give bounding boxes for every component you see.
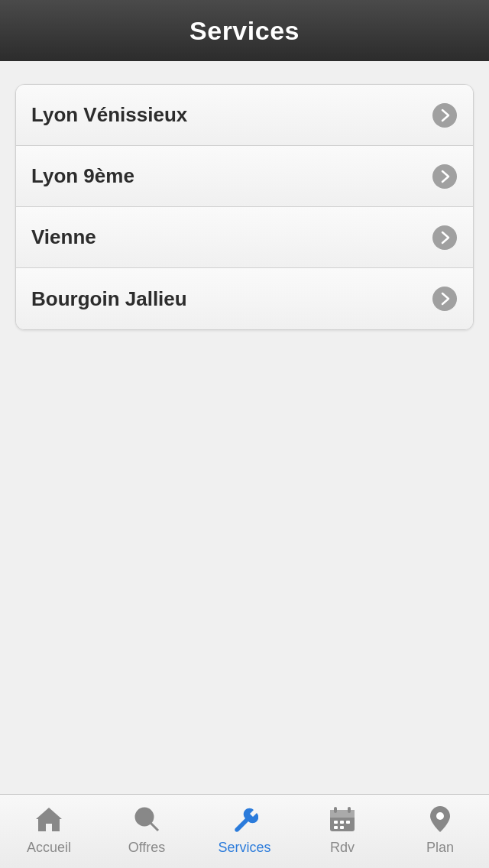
- services-list: Lyon Vénissieux Lyon 9ème Vienne Bourgoi…: [15, 84, 474, 330]
- chevron-right-icon: [432, 286, 458, 312]
- svg-point-1: [432, 164, 457, 189]
- svg-line-5: [151, 823, 158, 831]
- tab-plan[interactable]: Plan: [391, 802, 489, 856]
- svg-rect-7: [330, 810, 355, 818]
- home-icon: [30, 802, 68, 836]
- svg-point-4: [136, 808, 153, 825]
- tab-label-rdv: Rdv: [330, 840, 355, 856]
- list-item-lyon-venissieux[interactable]: Lyon Vénissieux: [16, 85, 473, 146]
- tab-accueil[interactable]: Accueil: [0, 802, 98, 856]
- chevron-right-icon: [432, 164, 458, 189]
- tab-bar: Accueil Offres Services: [0, 794, 489, 868]
- calendar-icon: [323, 802, 361, 836]
- list-item-label: Lyon 9ème: [31, 164, 134, 188]
- header-title: Services: [189, 16, 300, 46]
- app-header: Services: [0, 0, 489, 61]
- svg-rect-9: [348, 807, 351, 813]
- tab-label-services: Services: [218, 840, 270, 856]
- svg-rect-12: [346, 821, 350, 824]
- list-item-label: Lyon Vénissieux: [31, 103, 187, 127]
- svg-rect-8: [334, 807, 337, 813]
- list-item-label: Bourgoin Jallieu: [31, 287, 187, 311]
- list-item-vienne[interactable]: Vienne: [16, 207, 473, 268]
- chevron-right-icon: [432, 225, 458, 251]
- tab-rdv[interactable]: Rdv: [293, 802, 391, 856]
- svg-rect-11: [340, 821, 344, 824]
- svg-point-3: [432, 287, 457, 311]
- svg-rect-10: [334, 821, 338, 824]
- svg-rect-13: [334, 826, 338, 829]
- list-item-bourgoin-jallieu[interactable]: Bourgoin Jallieu: [16, 268, 473, 329]
- tab-offres[interactable]: Offres: [98, 802, 196, 856]
- main-content: Lyon Vénissieux Lyon 9ème Vienne Bourgoi…: [0, 61, 489, 794]
- chevron-right-icon: [432, 102, 458, 128]
- search-icon: [128, 802, 166, 836]
- list-item-label: Vienne: [31, 225, 96, 249]
- tab-label-accueil: Accueil: [27, 840, 71, 856]
- svg-point-0: [432, 103, 457, 128]
- svg-rect-14: [340, 826, 344, 829]
- tab-label-offres: Offres: [128, 840, 166, 856]
- tab-label-plan: Plan: [426, 840, 454, 856]
- svg-point-2: [432, 225, 457, 250]
- tab-services[interactable]: Services: [196, 802, 293, 856]
- svg-point-15: [436, 812, 444, 820]
- map-pin-icon: [421, 802, 459, 836]
- list-item-lyon-9eme[interactable]: Lyon 9ème: [16, 146, 473, 207]
- wrench-icon: [225, 802, 264, 836]
